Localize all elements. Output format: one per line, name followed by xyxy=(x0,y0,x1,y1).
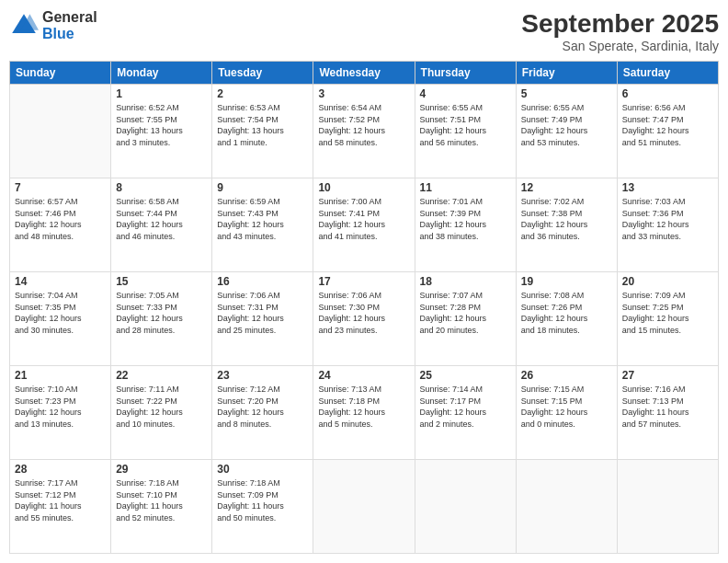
day-info: Sunrise: 7:11 AM Sunset: 7:22 PM Dayligh… xyxy=(116,384,207,430)
col-thursday: Thursday xyxy=(415,62,516,85)
day-number: 1 xyxy=(116,87,207,100)
logo-text: General Blue xyxy=(42,9,97,41)
calendar-cell: 6Sunrise: 6:56 AM Sunset: 7:47 PM Daylig… xyxy=(617,85,718,178)
day-number: 22 xyxy=(116,369,207,382)
day-info: Sunrise: 7:14 AM Sunset: 7:17 PM Dayligh… xyxy=(420,384,511,430)
calendar-cell: 2Sunrise: 6:53 AM Sunset: 7:54 PM Daylig… xyxy=(212,85,313,178)
calendar-cell: 11Sunrise: 7:01 AM Sunset: 7:39 PM Dayli… xyxy=(415,178,516,272)
day-number: 9 xyxy=(217,181,308,194)
day-info: Sunrise: 6:59 AM Sunset: 7:43 PM Dayligh… xyxy=(217,196,308,242)
logo-blue-text: Blue xyxy=(42,26,97,42)
day-number: 28 xyxy=(15,463,106,476)
calendar-cell: 5Sunrise: 6:55 AM Sunset: 7:49 PM Daylig… xyxy=(516,85,617,178)
calendar-cell: 28Sunrise: 7:17 AM Sunset: 7:12 PM Dayli… xyxy=(10,460,111,554)
logo: General Blue xyxy=(9,9,97,41)
calendar-cell: 13Sunrise: 7:03 AM Sunset: 7:36 PM Dayli… xyxy=(617,178,718,272)
col-friday: Friday xyxy=(516,62,617,85)
day-number: 17 xyxy=(318,275,409,288)
calendar-cell: 27Sunrise: 7:16 AM Sunset: 7:13 PM Dayli… xyxy=(617,366,718,460)
month-title: September 2025 xyxy=(521,9,719,39)
col-tuesday: Tuesday xyxy=(212,62,313,85)
day-info: Sunrise: 6:54 AM Sunset: 7:52 PM Dayligh… xyxy=(318,102,409,148)
day-number: 26 xyxy=(521,369,612,382)
day-number: 23 xyxy=(217,369,308,382)
logo-general-text: General xyxy=(42,9,97,26)
header: General Blue September 2025 San Sperate,… xyxy=(9,9,719,53)
day-info: Sunrise: 7:18 AM Sunset: 7:09 PM Dayligh… xyxy=(217,477,308,523)
day-number: 6 xyxy=(622,87,713,100)
day-info: Sunrise: 7:16 AM Sunset: 7:13 PM Dayligh… xyxy=(622,384,713,430)
day-info: Sunrise: 7:08 AM Sunset: 7:26 PM Dayligh… xyxy=(521,290,612,336)
calendar-cell: 20Sunrise: 7:09 AM Sunset: 7:25 PM Dayli… xyxy=(617,272,718,366)
day-number: 24 xyxy=(318,369,409,382)
day-number: 16 xyxy=(217,275,308,288)
calendar-header-row: Sunday Monday Tuesday Wednesday Thursday… xyxy=(10,62,719,85)
day-number: 15 xyxy=(116,275,207,288)
title-block: September 2025 San Sperate, Sardinia, It… xyxy=(521,9,719,53)
day-number: 20 xyxy=(622,275,713,288)
calendar-cell xyxy=(313,460,415,554)
day-info: Sunrise: 7:18 AM Sunset: 7:10 PM Dayligh… xyxy=(116,477,207,523)
day-info: Sunrise: 6:55 AM Sunset: 7:51 PM Dayligh… xyxy=(420,102,511,148)
calendar-cell: 4Sunrise: 6:55 AM Sunset: 7:51 PM Daylig… xyxy=(415,85,516,178)
page: General Blue September 2025 San Sperate,… xyxy=(0,0,728,563)
day-number: 8 xyxy=(116,181,207,194)
day-number: 7 xyxy=(15,181,106,194)
calendar-cell: 3Sunrise: 6:54 AM Sunset: 7:52 PM Daylig… xyxy=(313,85,415,178)
day-number: 27 xyxy=(622,369,713,382)
day-number: 13 xyxy=(622,181,713,194)
calendar-cell: 17Sunrise: 7:06 AM Sunset: 7:30 PM Dayli… xyxy=(313,272,415,366)
calendar-week-row: 14Sunrise: 7:04 AM Sunset: 7:35 PM Dayli… xyxy=(10,272,719,366)
calendar-cell: 21Sunrise: 7:10 AM Sunset: 7:23 PM Dayli… xyxy=(10,366,111,460)
day-number: 10 xyxy=(318,181,409,194)
calendar-cell: 29Sunrise: 7:18 AM Sunset: 7:10 PM Dayli… xyxy=(111,460,212,554)
calendar-cell: 18Sunrise: 7:07 AM Sunset: 7:28 PM Dayli… xyxy=(415,272,516,366)
calendar-cell: 24Sunrise: 7:13 AM Sunset: 7:18 PM Dayli… xyxy=(313,366,415,460)
calendar-week-row: 21Sunrise: 7:10 AM Sunset: 7:23 PM Dayli… xyxy=(10,366,719,460)
day-info: Sunrise: 7:15 AM Sunset: 7:15 PM Dayligh… xyxy=(521,384,612,430)
col-saturday: Saturday xyxy=(617,62,718,85)
day-info: Sunrise: 7:02 AM Sunset: 7:38 PM Dayligh… xyxy=(521,196,612,242)
day-number: 18 xyxy=(420,275,511,288)
day-info: Sunrise: 6:52 AM Sunset: 7:55 PM Dayligh… xyxy=(116,102,207,148)
day-info: Sunrise: 7:00 AM Sunset: 7:41 PM Dayligh… xyxy=(318,196,409,242)
day-number: 5 xyxy=(521,87,612,100)
day-info: Sunrise: 6:56 AM Sunset: 7:47 PM Dayligh… xyxy=(622,102,713,148)
calendar-cell: 23Sunrise: 7:12 AM Sunset: 7:20 PM Dayli… xyxy=(212,366,313,460)
calendar-cell: 25Sunrise: 7:14 AM Sunset: 7:17 PM Dayli… xyxy=(415,366,516,460)
logo-icon xyxy=(9,11,39,40)
calendar-cell: 9Sunrise: 6:59 AM Sunset: 7:43 PM Daylig… xyxy=(212,178,313,272)
col-wednesday: Wednesday xyxy=(313,62,415,85)
calendar-cell xyxy=(516,460,617,554)
calendar-table: Sunday Monday Tuesday Wednesday Thursday… xyxy=(9,61,719,554)
day-info: Sunrise: 7:13 AM Sunset: 7:18 PM Dayligh… xyxy=(318,384,409,430)
day-info: Sunrise: 6:53 AM Sunset: 7:54 PM Dayligh… xyxy=(217,102,308,148)
calendar-cell: 26Sunrise: 7:15 AM Sunset: 7:15 PM Dayli… xyxy=(516,366,617,460)
calendar-week-row: 7Sunrise: 6:57 AM Sunset: 7:46 PM Daylig… xyxy=(10,178,719,272)
day-info: Sunrise: 7:01 AM Sunset: 7:39 PM Dayligh… xyxy=(420,196,511,242)
calendar-cell: 12Sunrise: 7:02 AM Sunset: 7:38 PM Dayli… xyxy=(516,178,617,272)
calendar-cell: 16Sunrise: 7:06 AM Sunset: 7:31 PM Dayli… xyxy=(212,272,313,366)
calendar-cell xyxy=(415,460,516,554)
calendar-cell: 8Sunrise: 6:58 AM Sunset: 7:44 PM Daylig… xyxy=(111,178,212,272)
day-info: Sunrise: 7:06 AM Sunset: 7:30 PM Dayligh… xyxy=(318,290,409,336)
day-number: 19 xyxy=(521,275,612,288)
day-number: 4 xyxy=(420,87,511,100)
day-number: 11 xyxy=(420,181,511,194)
col-sunday: Sunday xyxy=(10,62,111,85)
day-info: Sunrise: 7:12 AM Sunset: 7:20 PM Dayligh… xyxy=(217,384,308,430)
day-info: Sunrise: 6:58 AM Sunset: 7:44 PM Dayligh… xyxy=(116,196,207,242)
day-info: Sunrise: 7:06 AM Sunset: 7:31 PM Dayligh… xyxy=(217,290,308,336)
day-number: 12 xyxy=(521,181,612,194)
day-info: Sunrise: 7:07 AM Sunset: 7:28 PM Dayligh… xyxy=(420,290,511,336)
day-number: 30 xyxy=(217,463,308,476)
day-info: Sunrise: 7:05 AM Sunset: 7:33 PM Dayligh… xyxy=(116,290,207,336)
day-info: Sunrise: 7:10 AM Sunset: 7:23 PM Dayligh… xyxy=(15,384,106,430)
day-info: Sunrise: 7:04 AM Sunset: 7:35 PM Dayligh… xyxy=(15,290,106,336)
day-info: Sunrise: 7:09 AM Sunset: 7:25 PM Dayligh… xyxy=(622,290,713,336)
calendar-cell: 15Sunrise: 7:05 AM Sunset: 7:33 PM Dayli… xyxy=(111,272,212,366)
calendar-cell xyxy=(617,460,718,554)
day-info: Sunrise: 7:03 AM Sunset: 7:36 PM Dayligh… xyxy=(622,196,713,242)
day-number: 21 xyxy=(15,369,106,382)
day-info: Sunrise: 6:55 AM Sunset: 7:49 PM Dayligh… xyxy=(521,102,612,148)
